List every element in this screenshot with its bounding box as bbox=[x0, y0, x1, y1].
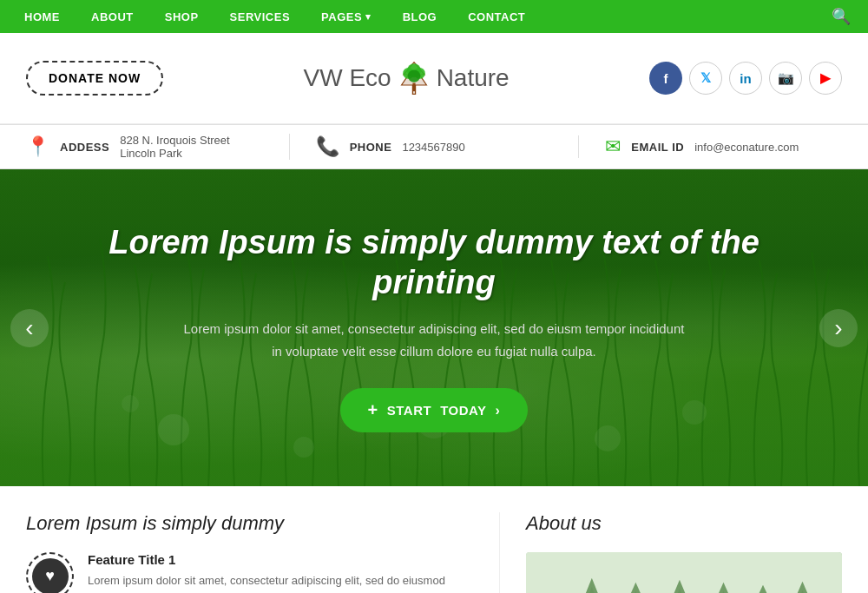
forest-scene bbox=[526, 552, 842, 593]
hero-next-button[interactable]: › bbox=[819, 309, 858, 347]
left-section-title: Lorem Ipsum is simply dummy bbox=[26, 512, 473, 535]
donate-button[interactable]: DONATE NOW bbox=[26, 61, 163, 96]
left-column: Lorem Ipsum is simply dummy ♥ Feature Ti… bbox=[0, 512, 499, 593]
nav-links: HOME ABOUT SHOP SERVICES PAGES ▾ BLOG CO… bbox=[9, 0, 541, 33]
instagram-icon[interactable]: 📷 bbox=[769, 62, 802, 95]
btn-start-label: START bbox=[387, 403, 431, 418]
hero-section: ‹ Lorem Ipsum is simply dummy text of th… bbox=[0, 169, 868, 486]
arrow-icon: › bbox=[496, 403, 501, 418]
about-title: About us bbox=[526, 512, 842, 535]
navigation: HOME ABOUT SHOP SERVICES PAGES ▾ BLOG CO… bbox=[0, 0, 868, 33]
bottom-section: Lorem Ipsum is simply dummy ♥ Feature Ti… bbox=[0, 486, 868, 593]
svg-rect-33 bbox=[526, 552, 842, 593]
nav-shop[interactable]: SHOP bbox=[149, 0, 214, 33]
phone-icon: 📞 bbox=[316, 135, 339, 158]
site-header: DONATE NOW VW Eco Nature f 𝕏 in 📷 ▶ bbox=[0, 33, 868, 124]
email-icon: ✉ bbox=[605, 135, 621, 158]
hero-prev-button[interactable]: ‹ bbox=[10, 309, 49, 347]
feature-title: Feature Title 1 bbox=[88, 552, 473, 567]
twitter-icon[interactable]: 𝕏 bbox=[689, 62, 722, 95]
plus-icon: + bbox=[368, 400, 378, 420]
nav-about[interactable]: ABOUT bbox=[76, 0, 149, 33]
youtube-icon[interactable]: ▶ bbox=[809, 62, 842, 95]
linkedin-icon[interactable]: in bbox=[729, 62, 762, 95]
logo-text-post: Nature bbox=[437, 64, 510, 92]
facebook-icon[interactable]: f bbox=[649, 62, 682, 95]
email-info: ✉ EMAIL ID info@econature.com bbox=[579, 135, 868, 158]
right-column: About us bbox=[499, 512, 868, 593]
hero-title: Lorem Ipsum is simply dummy text of the … bbox=[87, 223, 781, 302]
heart-icon: ♥ bbox=[32, 558, 69, 594]
nav-services[interactable]: SERVICES bbox=[214, 0, 306, 33]
nav-home[interactable]: HOME bbox=[9, 0, 76, 33]
logo-tree-icon bbox=[397, 61, 431, 96]
svg-point-5 bbox=[407, 69, 419, 82]
feature-item: ♥ Feature Title 1 Lorem ipsum dolor sit … bbox=[26, 552, 473, 593]
logo-text-pre: VW Eco bbox=[304, 64, 391, 92]
hero-subtitle: Lorem ipsum dolor sit amet, consectetur … bbox=[184, 318, 685, 362]
btn-today-label: TODAY bbox=[440, 403, 486, 418]
search-icon[interactable]: 🔍 bbox=[823, 7, 859, 26]
feature-description: Lorem ipsum dolor sit amet, consectetur … bbox=[88, 572, 473, 593]
location-icon: 📍 bbox=[26, 135, 49, 158]
feature-text: Feature Title 1 Lorem ipsum dolor sit am… bbox=[88, 552, 473, 593]
feature-icon-wrap: ♥ bbox=[26, 552, 74, 593]
site-logo: VW Eco Nature bbox=[304, 61, 510, 96]
info-bar: 📍 ADDESS 828 N. Iroquois Street Lincoln … bbox=[0, 124, 868, 169]
social-icons: f 𝕏 in 📷 ▶ bbox=[649, 62, 842, 95]
svg-rect-6 bbox=[412, 83, 415, 92]
start-today-button[interactable]: + START TODAY › bbox=[340, 388, 529, 432]
nav-pages[interactable]: PAGES ▾ bbox=[306, 0, 387, 33]
pages-dropdown-icon: ▾ bbox=[365, 11, 372, 23]
nav-contact[interactable]: CONTACT bbox=[452, 0, 541, 33]
hero-content: Lorem Ipsum is simply dummy text of the … bbox=[0, 169, 868, 486]
phone-info: 📞 PHONE 1234567890 bbox=[290, 135, 580, 158]
address-info: 📍 ADDESS 828 N. Iroquois Street Lincoln … bbox=[0, 134, 290, 160]
about-image bbox=[526, 552, 842, 593]
nav-blog[interactable]: BLOG bbox=[387, 0, 453, 33]
